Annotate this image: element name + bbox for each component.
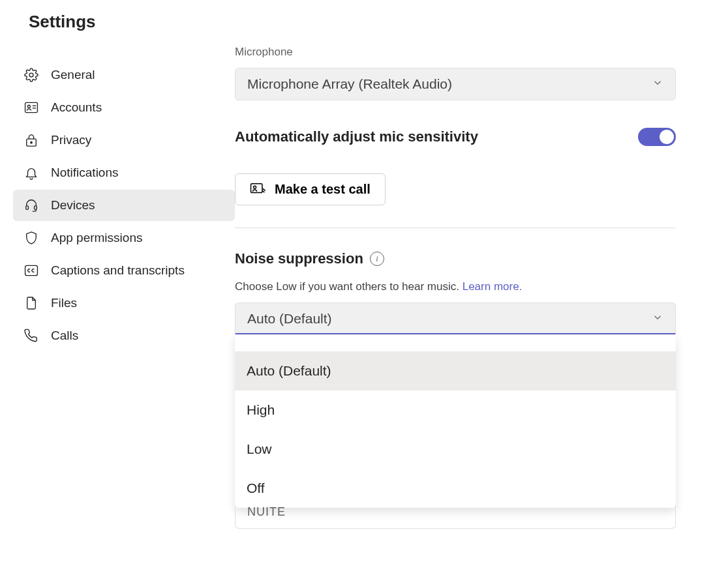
cc-icon — [23, 263, 39, 278]
info-icon[interactable]: i — [370, 252, 384, 266]
headset-icon — [23, 198, 39, 213]
auto-adjust-toggle[interactable] — [638, 128, 676, 146]
microphone-label: Microphone — [235, 46, 676, 59]
svg-point-0 — [29, 73, 33, 77]
noise-help-text: Choose Low if you want others to hear mu… — [235, 280, 676, 293]
noise-suppression-select[interactable]: Auto (Default) — [235, 302, 676, 335]
chevron-down-icon — [652, 311, 663, 327]
sidebar-item-label: Notifications — [51, 166, 119, 180]
learn-more-link[interactable]: Learn more. — [463, 280, 523, 293]
sidebar-item-label: Devices — [51, 198, 95, 213]
sidebar-item-app-permissions[interactable]: App permissions — [13, 222, 235, 254]
lock-icon — [23, 132, 39, 148]
noise-option-high[interactable]: High — [235, 390, 676, 430]
auto-adjust-label: Automatically adjust mic sensitivity — [235, 128, 478, 145]
noise-section-head: Noise suppression i — [235, 250, 676, 267]
phone-icon — [23, 328, 39, 344]
noise-select-value: Auto (Default) — [247, 311, 332, 327]
sidebar-item-notifications[interactable]: Notifications — [13, 157, 235, 188]
sidebar-item-label: Accounts — [51, 100, 102, 115]
noise-option-auto[interactable]: Auto (Default) — [235, 351, 676, 390]
noise-suppression-dropdown: Auto (Default) High Low Off — [235, 334, 676, 508]
sidebar-item-accounts[interactable]: Accounts — [13, 92, 235, 123]
make-test-call-button[interactable]: Make a test call — [235, 173, 386, 205]
sidebar-item-label: Calls — [51, 329, 78, 343]
settings-main: Microphone Microphone Array (Realtek Aud… — [235, 7, 702, 529]
noise-option-off[interactable]: Off — [235, 469, 676, 508]
settings-sidebar: Settings General Accounts Privacy — [13, 7, 235, 529]
sidebar-item-label: App permissions — [51, 231, 142, 245]
noise-option-low[interactable]: Low — [235, 430, 676, 469]
dropdown-spacer — [235, 334, 676, 351]
file-icon — [23, 295, 39, 311]
sidebar-item-captions[interactable]: Captions and transcripts — [13, 255, 235, 286]
sidebar-item-label: Files — [51, 296, 77, 310]
sidebar-item-general[interactable]: General — [13, 59, 235, 91]
page-title: Settings — [29, 12, 235, 32]
auto-adjust-row: Automatically adjust mic sensitivity — [235, 128, 676, 146]
svg-point-11 — [253, 186, 256, 188]
sidebar-nav: General Accounts Privacy Notifications — [13, 59, 235, 351]
bell-icon — [23, 165, 39, 181]
svg-rect-1 — [25, 102, 38, 112]
svg-rect-8 — [35, 206, 37, 210]
gear-icon — [23, 67, 39, 83]
chevron-down-icon — [652, 76, 663, 92]
noise-suppression-title: Noise suppression — [235, 250, 363, 267]
sidebar-item-label: General — [51, 68, 95, 82]
noise-help: Choose Low if you want others to hear mu… — [235, 280, 459, 293]
divider — [235, 228, 676, 228]
id-card-icon — [23, 100, 39, 115]
svg-rect-9 — [25, 265, 38, 275]
partially-hidden-text: NUITE — [235, 505, 676, 529]
shield-icon — [23, 230, 39, 246]
toggle-knob — [660, 130, 674, 144]
sidebar-item-label: Captions and transcripts — [51, 263, 185, 278]
test-call-icon — [250, 183, 267, 197]
sidebar-item-label: Privacy — [51, 133, 91, 147]
sidebar-item-devices[interactable]: Devices — [13, 190, 235, 221]
svg-rect-7 — [26, 206, 29, 210]
sidebar-item-files[interactable]: Files — [13, 287, 235, 319]
microphone-select[interactable]: Microphone Array (Realtek Audio) — [235, 68, 676, 100]
sidebar-item-privacy[interactable]: Privacy — [13, 125, 235, 156]
microphone-select-value: Microphone Array (Realtek Audio) — [247, 76, 452, 92]
sidebar-item-calls[interactable]: Calls — [13, 320, 235, 351]
svg-point-2 — [27, 105, 30, 108]
svg-point-6 — [31, 141, 32, 143]
test-call-label: Make a test call — [275, 182, 371, 197]
